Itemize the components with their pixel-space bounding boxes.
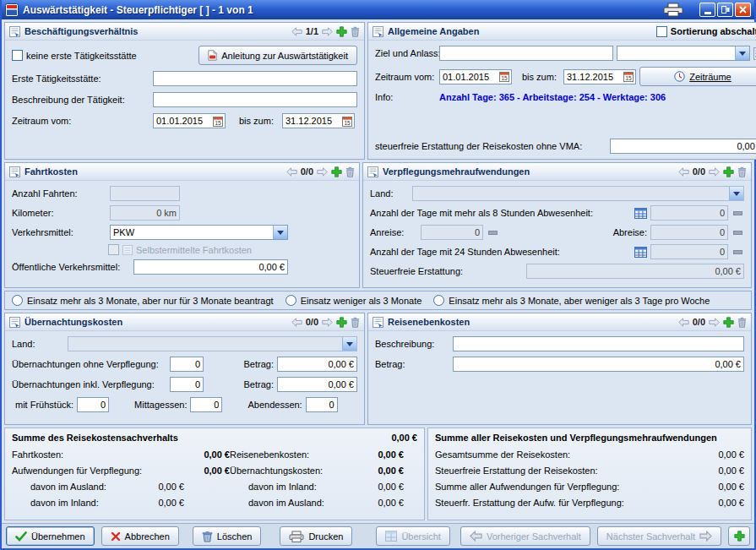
sort-off-checkbox[interactable] xyxy=(656,26,667,37)
calendar-grid-icon[interactable] xyxy=(634,208,647,219)
record-nav: 0/0 xyxy=(286,166,355,177)
abreise-label: Abreise: xyxy=(613,227,647,237)
period-from-date[interactable]: 01.01.2015 15 xyxy=(439,69,512,84)
period-from-value: 01.01.2015 xyxy=(156,116,211,126)
chevron-down-icon xyxy=(342,337,356,351)
delete-record-icon[interactable] xyxy=(351,26,360,37)
record-nav: 0/0 xyxy=(291,317,360,328)
minimize-button[interactable] xyxy=(699,3,715,17)
next-record-icon[interactable] xyxy=(709,318,720,327)
vorheriger-label: Vorheriger Sachverhalt xyxy=(487,531,581,542)
abbrechen-button[interactable]: Abbrechen xyxy=(101,526,179,546)
next-record-icon[interactable] xyxy=(322,27,333,36)
period-to-date[interactable]: 31.12.2015 15 xyxy=(282,113,355,128)
section-title: Beschäftigungsverhältnis xyxy=(24,26,138,36)
zeitraeume-button[interactable]: Zeiträume xyxy=(639,67,756,86)
delete-record-icon[interactable] xyxy=(737,166,747,177)
info-text: Anzahl Tage: 365 - Arbeitstage: 254 - We… xyxy=(439,92,666,102)
verkehrsmittel-combo[interactable]: PKW xyxy=(110,225,288,240)
next-record-icon[interactable] xyxy=(322,318,333,327)
add-record-icon[interactable] xyxy=(336,26,347,37)
dock-button[interactable] xyxy=(717,3,733,17)
ziel-input[interactable] xyxy=(439,46,613,61)
ohne-verpflegung-input[interactable] xyxy=(170,357,204,372)
minus-icon[interactable] xyxy=(732,247,744,258)
betrag-label: Betrag: xyxy=(244,359,274,369)
abendessen-label: Abendessen: xyxy=(247,400,302,410)
section-reisenebenkosten: Reisenebenkosten 0/0 Beschreibung: xyxy=(367,313,752,425)
betrag-input[interactable] xyxy=(453,357,744,372)
printer-icon[interactable] xyxy=(661,3,685,17)
delete-record-icon[interactable] xyxy=(351,317,360,328)
calendar-grid-icon[interactable] xyxy=(634,247,647,258)
prev-record-icon[interactable] xyxy=(678,167,689,177)
drucken-button[interactable]: Drucken xyxy=(280,526,352,546)
fruehstueck-input[interactable] xyxy=(77,397,109,412)
add-record-icon[interactable] xyxy=(723,317,734,328)
calendar-icon[interactable]: 15 xyxy=(342,116,352,127)
summary-row: Gesamtsumme der Reisekosten: 0,00 € xyxy=(435,446,744,462)
oeffentliche-input[interactable] xyxy=(133,259,288,275)
section-header: Beschäftigungsverhältnis 1/1 xyxy=(5,23,364,41)
minus-icon[interactable] xyxy=(732,227,744,238)
radio-icon[interactable] xyxy=(12,295,23,306)
form-icon xyxy=(373,26,383,37)
chevron-down-icon[interactable] xyxy=(735,46,749,60)
prev-record-icon[interactable] xyxy=(678,318,689,327)
ohne-betrag-input[interactable] xyxy=(277,357,357,372)
record-nav: 0/0 xyxy=(678,317,747,328)
prev-record-icon[interactable] xyxy=(286,167,297,177)
inkl-verpflegung-input[interactable] xyxy=(170,377,204,392)
delete-record-icon[interactable] xyxy=(345,166,355,177)
calendar-icon[interactable]: 15 xyxy=(623,71,634,82)
minus-icon[interactable] xyxy=(487,227,499,238)
prev-record-icon[interactable] xyxy=(291,318,302,327)
add-record-icon[interactable] xyxy=(331,166,342,177)
next-record-icon[interactable] xyxy=(317,167,328,177)
beschreibung-input[interactable] xyxy=(453,336,744,351)
add-sachverhalt-button[interactable] xyxy=(728,526,750,546)
workplace-input[interactable] xyxy=(153,71,357,86)
loeschen-button[interactable]: Löschen xyxy=(193,526,262,546)
radio-icon[interactable] xyxy=(286,295,296,306)
ziel-combo[interactable] xyxy=(617,46,750,61)
form-icon xyxy=(367,166,378,177)
form-icon xyxy=(9,166,20,177)
radio-option-3[interactable]: Einsatz mehr als 3 Monate, aber weniger … xyxy=(433,295,710,306)
activity-input[interactable] xyxy=(153,92,357,107)
svg-text:15: 15 xyxy=(625,75,632,81)
prev-record-icon[interactable] xyxy=(291,27,302,36)
radio-icon[interactable] xyxy=(433,295,444,306)
title-bar: Auswärtstätigkeit - Steuerpflichtiger [ … xyxy=(2,0,754,19)
chevron-down-icon[interactable] xyxy=(273,226,287,239)
radio-option-1[interactable]: Einsatz mehr als 3 Monate, aber nur für … xyxy=(12,295,274,306)
abendessen-input[interactable] xyxy=(306,397,338,412)
section-header: Verpflegungsmehraufwendungen 0/0 xyxy=(363,163,751,181)
delete-record-icon[interactable] xyxy=(737,317,747,328)
inkl-betrag-input[interactable] xyxy=(277,377,357,392)
minus-icon[interactable] xyxy=(732,208,744,219)
next-record-icon[interactable] xyxy=(709,167,720,177)
calendar-icon[interactable]: 15 xyxy=(499,71,509,82)
mittagessen-input[interactable] xyxy=(190,397,222,412)
beschreibung-label: Beschreibung: xyxy=(375,339,449,349)
app-icon xyxy=(5,3,19,17)
no-first-workplace-checkbox[interactable] xyxy=(12,50,23,61)
period-from-date[interactable]: 01.01.2015 15 xyxy=(153,113,226,128)
vma-input[interactable] xyxy=(610,139,756,154)
add-record-icon[interactable] xyxy=(723,166,734,177)
summary-row: Fahrtkosten: 0,00 € xyxy=(12,446,230,462)
calendar-icon[interactable]: 15 xyxy=(213,116,223,127)
uebernehmen-button[interactable]: Übernehmen xyxy=(6,526,95,546)
info-label: Info: xyxy=(375,92,436,102)
naechster-label: Nächster Sachverhalt xyxy=(606,531,695,542)
radio-option-2[interactable]: Einsatz weniger als 3 Monate xyxy=(286,295,422,306)
anreise-label: Anreise: xyxy=(370,227,417,237)
svg-text:15: 15 xyxy=(215,119,221,125)
radio-label: Einsatz mehr als 3 Monate, aber weniger … xyxy=(449,296,710,306)
fruehstueck-label: mit Frühstück: xyxy=(15,400,73,410)
close-button[interactable] xyxy=(735,3,751,17)
period-to-date[interactable]: 31.12.2015 15 xyxy=(563,69,636,84)
add-record-icon[interactable] xyxy=(336,317,347,328)
anleitung-button[interactable]: Anleitung zur Auswärtstätigkeit xyxy=(199,46,357,65)
